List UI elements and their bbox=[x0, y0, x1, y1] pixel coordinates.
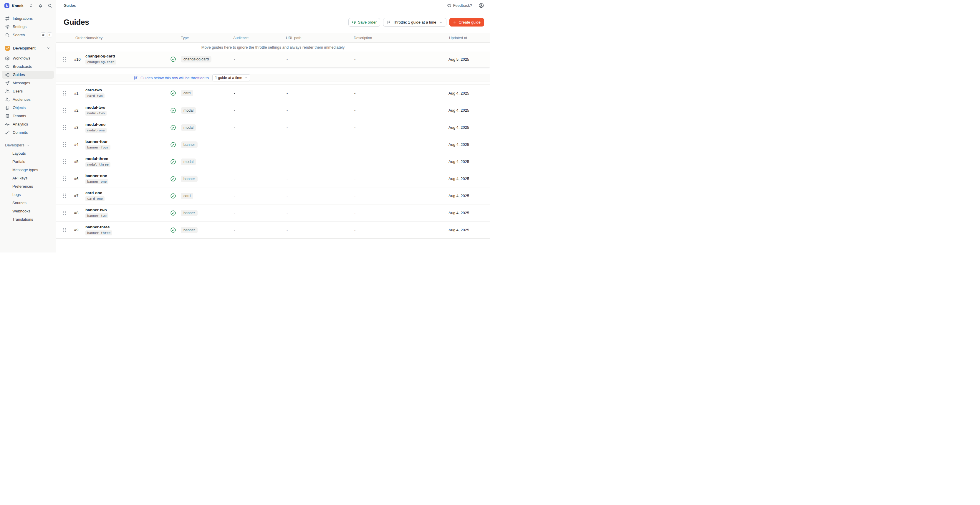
updated-at-value: Aug 4, 2025 bbox=[448, 108, 490, 113]
environment-switcher[interactable]: Development bbox=[2, 44, 54, 52]
guide-name-link[interactable]: banner-three bbox=[85, 225, 110, 229]
table-row: #6 banner-one banner-one banner - - - Au… bbox=[56, 170, 490, 187]
developers-section-toggle[interactable]: Developers bbox=[2, 142, 54, 148]
audience-value: - bbox=[232, 177, 285, 181]
guide-name-link[interactable]: banner-one bbox=[85, 174, 107, 178]
sidebar-item-analytics[interactable]: Analytics bbox=[2, 120, 54, 128]
users-icon bbox=[5, 89, 10, 94]
row-order: #2 bbox=[72, 108, 85, 113]
table-row: #7 card-one card-one card - - - Aug 4, 2… bbox=[56, 187, 490, 204]
drag-handle[interactable] bbox=[63, 91, 66, 96]
description-value: - bbox=[353, 177, 448, 181]
save-order-button[interactable]: Save order bbox=[348, 18, 380, 27]
create-guide-button[interactable]: Create guide bbox=[449, 18, 484, 27]
type-badge: card bbox=[181, 193, 193, 199]
sidebar-item-integrations[interactable]: Integrations bbox=[2, 14, 54, 22]
sidebar-item-label: Integrations bbox=[13, 16, 33, 21]
sidebar-item-label: API keys bbox=[13, 176, 27, 180]
throttle-divider-label: Guides below this row will be throttled … bbox=[140, 76, 209, 80]
sidebar-item-logs[interactable]: Logs bbox=[8, 190, 56, 199]
environment-name: Development bbox=[13, 46, 36, 50]
guide-key-badge: banner-three bbox=[85, 230, 112, 236]
guide-key-badge: changelog-card bbox=[85, 59, 116, 65]
sidebar-item-settings[interactable]: Settings bbox=[2, 23, 54, 31]
sidebar-item-message-types[interactable]: Message types bbox=[8, 166, 56, 174]
drag-handle[interactable] bbox=[63, 211, 66, 215]
drag-handle[interactable] bbox=[63, 125, 66, 130]
sidebar-item-broadcasts[interactable]: Broadcasts bbox=[2, 62, 54, 70]
guide-name-link[interactable]: modal-two bbox=[85, 105, 105, 110]
guide-name-link[interactable]: banner-two bbox=[85, 208, 107, 212]
row-order: #7 bbox=[72, 194, 85, 198]
guide-key-badge: banner-one bbox=[85, 179, 108, 184]
description-value: - bbox=[353, 211, 448, 215]
sidebar-item-translations[interactable]: Translations bbox=[8, 215, 56, 223]
sidebar-item-label: Message types bbox=[13, 168, 38, 172]
megaphone-icon bbox=[5, 64, 10, 69]
type-badge: modal bbox=[181, 159, 196, 165]
sidebar-item-webhooks[interactable]: Webhooks bbox=[8, 207, 56, 215]
column-header-type: Type bbox=[180, 36, 232, 40]
workspace-name[interactable]: Knock bbox=[12, 3, 24, 8]
guide-name-link[interactable]: changelog-card bbox=[85, 54, 115, 58]
sidebar-item-workflows[interactable]: Workflows bbox=[2, 54, 54, 62]
type-badge: banner bbox=[181, 210, 197, 216]
knock-logo: k bbox=[5, 3, 10, 8]
row-order: #10 bbox=[72, 57, 85, 62]
row-order: #3 bbox=[72, 125, 85, 130]
search-icon[interactable] bbox=[48, 3, 52, 8]
user-avatar-icon[interactable] bbox=[479, 3, 484, 8]
drag-handle[interactable] bbox=[63, 228, 66, 232]
guide-name-link[interactable]: banner-four bbox=[85, 139, 108, 144]
updated-at-value: Aug 4, 2025 bbox=[448, 91, 490, 96]
sidebar-item-objects[interactable]: Objects bbox=[2, 104, 54, 112]
person-check-icon bbox=[5, 97, 10, 102]
sidebar-item-partials[interactable]: Partials bbox=[8, 157, 56, 166]
sidebar-nav-environment: Workflows Broadcasts Guides Messages bbox=[0, 54, 56, 137]
workspace-switcher-icon[interactable] bbox=[29, 3, 33, 8]
guide-key-badge: card-two bbox=[85, 93, 105, 99]
guide-name-link[interactable]: modal-one bbox=[85, 122, 105, 127]
sidebar-item-search[interactable]: Search ⌘ K bbox=[2, 31, 54, 39]
sidebar-item-layouts[interactable]: Layouts bbox=[8, 149, 56, 157]
guide-name-link[interactable]: card-one bbox=[85, 191, 102, 195]
url-path-value: - bbox=[285, 177, 353, 181]
sidebar-item-messages[interactable]: Messages bbox=[2, 79, 54, 87]
chevron-down-icon bbox=[439, 20, 443, 24]
page-header: Guides Save order Throttle: 1 guide at a… bbox=[56, 11, 490, 33]
drag-handle[interactable] bbox=[63, 142, 66, 147]
guide-name-link[interactable]: modal-three bbox=[85, 156, 108, 161]
guides-panel-icon bbox=[5, 72, 10, 77]
sidebar-item-sources[interactable]: Sources bbox=[8, 199, 56, 207]
url-path-value: - bbox=[285, 228, 353, 232]
sidebar-item-label: Webhooks bbox=[13, 209, 30, 213]
sort-descending-icon bbox=[134, 76, 138, 80]
drag-handle[interactable] bbox=[63, 177, 66, 181]
sidebar-item-tenants[interactable]: Tenants bbox=[2, 112, 54, 120]
sidebar-item-api-keys[interactable]: API keys bbox=[8, 174, 56, 182]
description-value: - bbox=[353, 57, 448, 62]
audience-value: - bbox=[232, 211, 285, 215]
throttle-count-dropdown[interactable]: 1 guide at a time bbox=[212, 74, 250, 81]
drag-handle[interactable] bbox=[63, 159, 66, 164]
chevron-down-icon bbox=[46, 46, 50, 50]
drag-handle[interactable] bbox=[63, 57, 66, 62]
sidebar-item-commits[interactable]: Commits bbox=[2, 129, 54, 136]
table-row: #10 changelog-card changelog-card change… bbox=[56, 51, 490, 67]
notifications-bell-icon[interactable] bbox=[38, 3, 43, 8]
guide-name-link[interactable]: card-two bbox=[85, 88, 102, 92]
sidebar-item-preferences[interactable]: Preferences bbox=[8, 182, 56, 190]
sidebar-item-audiences[interactable]: Audiences bbox=[2, 96, 54, 104]
table-row: #5 modal-three modal-three modal - - - A… bbox=[56, 153, 490, 170]
table-row: #8 banner-two banner-two banner - - - Au… bbox=[56, 204, 490, 221]
feedback-button[interactable]: Feedback? bbox=[447, 3, 472, 8]
drag-handle[interactable] bbox=[63, 194, 66, 198]
sidebar-item-users[interactable]: Users bbox=[2, 87, 54, 95]
sidebar-item-guides[interactable]: Guides bbox=[2, 71, 54, 79]
description-value: - bbox=[353, 108, 448, 113]
audience-value: - bbox=[232, 108, 285, 113]
throttle-dropdown[interactable]: Throttle: 1 guide at a time bbox=[383, 18, 446, 27]
drag-handle[interactable] bbox=[63, 108, 66, 113]
type-badge: banner bbox=[181, 227, 197, 233]
updated-at-value: Aug 4, 2025 bbox=[448, 125, 490, 130]
